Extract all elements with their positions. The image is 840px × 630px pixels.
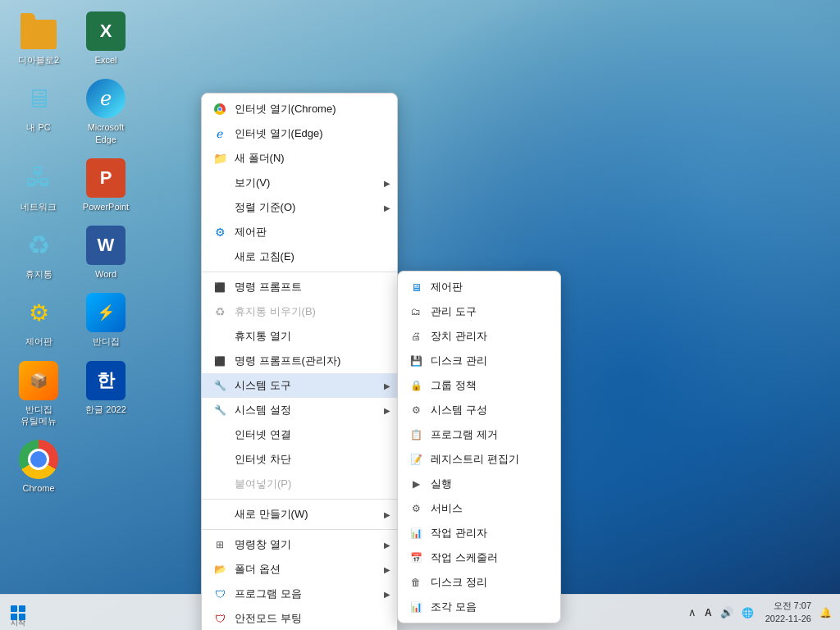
excel-icon-img: X	[86, 11, 126, 51]
desktop-icon-excel[interactable]: X Excel	[75, 8, 136, 69]
st-task-scheduler[interactable]: 📅 작업 스케줄러	[398, 546, 560, 570]
menu-item-cmd-admin[interactable]: ⬛ 명령 프롬프트(관리자)	[202, 349, 397, 373]
word-icon-img: W	[86, 226, 126, 265]
folderopts-arrow: ▶	[384, 565, 390, 574]
menu-item-new-folder[interactable]: 📁 새 폴더(N)	[202, 146, 397, 171]
icon-label-bandizip2: 반디집 유틸메뉴	[21, 404, 57, 427]
icon-label-cpanel: 제어판	[25, 336, 52, 347]
menu-item-system-tools[interactable]: 🔧 시스템 도구 ▶	[202, 373, 397, 398]
desktop-icon-bandizip2[interactable]: 📦 반디집 유틸메뉴	[8, 358, 69, 431]
programs-menu-icon: 🛡	[212, 586, 228, 602]
taskbar-clock[interactable]: 오전 7:07 2022-11-26	[765, 600, 811, 625]
menu-item-internet-block[interactable]: 인터넷 차단	[202, 447, 397, 472]
icon-label-mypc: 내 PC	[26, 121, 50, 133]
cmd-admin-icon: ⬛	[212, 353, 228, 369]
desktop-icon-dials2[interactable]: 디아블로2	[8, 8, 69, 69]
menu-item-folder-options[interactable]: 📂 폴더 옵션 ▶	[202, 557, 397, 582]
powerpoint-icon-img: P	[86, 158, 126, 198]
systools-menu-icon: 🔧	[212, 377, 228, 394]
network-icon-img: 🖧	[19, 158, 58, 198]
desktop-icon-chrome[interactable]: Chrome	[8, 436, 69, 497]
st-run-icon: ▶	[408, 476, 424, 492]
tray-volume-icon[interactable]: 🔊	[719, 605, 735, 620]
icon-label-dials2: 디아블로2	[18, 54, 59, 66]
new-arrow: ▶	[384, 510, 390, 519]
desktop-icon-network[interactable]: 🖧 네트워크	[8, 155, 69, 216]
desktop-icon-mypc[interactable]: 🖥 내 PC	[8, 75, 69, 148]
icon-label-chrome: Chrome	[22, 482, 54, 494]
menu-item-paste[interactable]: 붙여넣기(P)	[202, 472, 397, 496]
menu-item-open-terminal[interactable]: ⊞ 명령창 열기 ▶	[202, 532, 397, 557]
desktop-icon-bandizip[interactable]: ⚡ 반디집	[75, 290, 136, 350]
st-registry-icon: 📝	[408, 451, 424, 468]
menu-item-open-chrome[interactable]: 인터넷 열기(Chrome)	[202, 97, 397, 121]
new-menu-icon	[212, 506, 228, 523]
paste-menu-icon	[212, 476, 228, 492]
desktop-icon-recycle[interactable]: ♻ 휴지통	[8, 222, 69, 283]
recycle-open-icon	[212, 328, 228, 345]
st-control-panel[interactable]: 🖥 제어판	[398, 275, 560, 299]
menu-item-control-panel[interactable]: ⚙ 제어판	[202, 220, 397, 244]
programs-arrow: ▶	[384, 590, 390, 599]
menu-item-view[interactable]: 보기(V) ▶	[202, 171, 397, 195]
icon-label-powerpoint: PowerPoint	[83, 201, 129, 212]
menu-item-recycle-open[interactable]: 휴지통 열기	[202, 324, 397, 349]
menu-item-open-edge[interactable]: ℯ 인터넷 열기(Edge)	[202, 121, 397, 146]
syssettings-menu-icon: 🔧	[212, 402, 228, 418]
st-defragment[interactable]: 📊 조각 모음	[398, 595, 560, 619]
terminal-arrow: ▶	[384, 541, 390, 550]
notification-icon[interactable]: 🔔	[818, 605, 833, 620]
st-disk-cleanup[interactable]: 🗑 디스크 정리	[398, 570, 560, 595]
st-defrag-icon: 📊	[408, 599, 424, 615]
menu-item-sort[interactable]: 정렬 기준(O) ▶	[202, 195, 397, 220]
menu-item-internet-connect[interactable]: 인터넷 연결	[202, 422, 397, 447]
st-group-icon: 🔒	[408, 377, 424, 394]
inet-connect-icon	[212, 427, 228, 443]
tray-chevron[interactable]: ∧	[687, 605, 698, 620]
st-manage-tools[interactable]: 🗂 관리 도구	[398, 299, 560, 324]
st-services[interactable]: ⚙ 서비스	[398, 496, 560, 521]
bandizip-icon-img: ⚡	[86, 293, 126, 332]
menu-item-cmd[interactable]: ⬛ 명령 프롬프트	[202, 275, 397, 299]
menu-item-refresh[interactable]: 새로 고침(E)	[202, 244, 397, 269]
st-progremove-icon: 📋	[408, 427, 424, 443]
recycle-empty-icon: ♻	[212, 304, 228, 320]
st-device-manager[interactable]: 🖨 장치 관리자	[398, 324, 560, 349]
desktop: 디아블로2 X Excel 🖥 내 PC ℯ Microsoft Edge 🖧 …	[0, 0, 840, 630]
menu-item-safe-boot[interactable]: 🛡 안전모드 부팅	[202, 606, 397, 630]
view-menu-icon	[212, 175, 228, 191]
menu-item-new[interactable]: 새로 만들기(W) ▶	[202, 502, 397, 527]
st-registry-editor[interactable]: 📝 레지스트리 편집기	[398, 447, 560, 472]
bandizip2-icon-img: 📦	[19, 361, 58, 400]
st-system-config[interactable]: ⚙ 시스템 구성	[398, 398, 560, 422]
st-run[interactable]: ▶ 실행	[398, 472, 560, 496]
tray-network-icon[interactable]: 🌐	[740, 605, 756, 620]
st-task-manager[interactable]: 📊 작업 관리자	[398, 521, 560, 546]
desktop-icon-edge[interactable]: ℯ Microsoft Edge	[75, 75, 136, 148]
cp-menu-icon: ⚙	[212, 224, 228, 240]
terminal-menu-icon: ⊞	[212, 536, 228, 553]
st-device-icon: 🖨	[408, 328, 424, 345]
desktop-icon-powerpoint[interactable]: P PowerPoint	[75, 155, 136, 216]
hangul-icon-img: 한	[86, 361, 126, 400]
desktop-icon-cpanel[interactable]: ⚙ 제어판	[8, 290, 69, 350]
chrome-menu-icon	[212, 101, 228, 117]
sort-menu-icon	[212, 199, 228, 216]
tray-font-a[interactable]: A	[703, 605, 714, 620]
syssettings-arrow: ▶	[384, 406, 390, 415]
start-button[interactable]	[0, 595, 36, 631]
st-program-remove[interactable]: 📋 프로그램 제거	[398, 422, 560, 447]
menu-item-recycle-empty[interactable]: ♻ 휴지통 비우기(B)	[202, 299, 397, 324]
st-disk-management[interactable]: 💾 디스크 관리	[398, 349, 560, 373]
st-group-policy[interactable]: 🔒 그룹 정책	[398, 373, 560, 398]
st-manage-icon: 🗂	[408, 304, 424, 320]
menu-item-system-settings[interactable]: 🔧 시스템 설정 ▶	[202, 398, 397, 422]
icon-label-bandizip: 반디집	[93, 336, 120, 347]
desktop-icon-hangul[interactable]: 한 한글 2022	[75, 358, 136, 431]
desktop-icon-word[interactable]: W Word	[75, 222, 136, 283]
st-diskclean-icon: 🗑	[408, 574, 424, 591]
st-taskmgr-icon: 📊	[408, 525, 424, 541]
st-disk-icon: 💾	[408, 353, 424, 369]
refresh-menu-icon	[212, 249, 228, 265]
menu-item-program-group[interactable]: 🛡 프로그램 모음 ▶	[202, 582, 397, 606]
